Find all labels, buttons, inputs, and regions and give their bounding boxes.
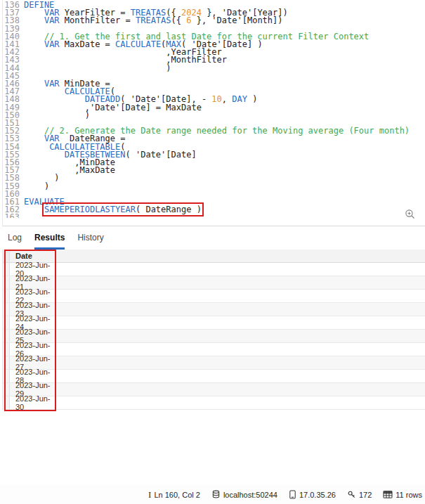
row-gutter [3, 370, 10, 382]
row-filler [56, 330, 425, 342]
row-gutter [3, 396, 10, 409]
table-header-row: Date [3, 250, 425, 263]
row-filler [56, 343, 425, 356]
status-item: 172 [347, 490, 372, 499]
row-filler [56, 290, 425, 302]
code-token [24, 205, 44, 214]
code-text [24, 190, 425, 198]
code-line: 138 VAR MonthFilter = TREATAS({ 6 }, 'Da… [3, 17, 425, 25]
table-row[interactable]: 2023-Jun-29 [3, 383, 425, 396]
tab-results[interactable]: Results [34, 233, 65, 250]
evaluate-highlight-box: SAMEPERIODLASTYEAR( DateRange ) [44, 205, 202, 214]
row-gutter [3, 290, 10, 302]
table-row[interactable]: 2023-Jun-22 [3, 290, 425, 303]
code-token: ) [247, 94, 257, 104]
code-token: DAY [232, 94, 247, 104]
status-text: localhost:50244 [223, 491, 277, 499]
date-cell: 2023-Jun-30 [10, 394, 56, 411]
row-gutter [3, 383, 10, 396]
row-gutter [3, 263, 10, 276]
column-header-date[interactable]: Date [10, 252, 56, 260]
row-filler [56, 276, 425, 289]
table-row[interactable]: 2023-Jun-25 [3, 330, 425, 343]
dax-studio-window: 136DEFINE137 VAR YearFilter = TREATAS({ … [0, 0, 425, 504]
key-icon [347, 490, 356, 499]
code-text: SAMEPERIODLASTYEAR( DateRange ) [24, 206, 425, 214]
code-line: 160 [3, 190, 425, 198]
row-filler [56, 383, 425, 396]
status-item: ILn 160, Col 2 [148, 490, 200, 499]
code-token: ({ [171, 15, 187, 25]
row-gutter [3, 250, 10, 262]
status-text: 11 rows [395, 491, 422, 499]
code-token: ( DateRange ) [136, 205, 202, 214]
document-icon [289, 490, 296, 499]
ibeam-cursor-icon: I [148, 490, 151, 499]
code-text [24, 214, 425, 218]
table-row[interactable]: 2023-Jun-20 [3, 263, 425, 276]
table-row[interactable]: 2023-Jun-24 [3, 316, 425, 330]
row-gutter [3, 316, 10, 329]
row-gutter [3, 276, 10, 289]
results-rows-host: Date2023-Jun-202023-Jun-212023-Jun-22202… [3, 250, 425, 410]
code-token: , [222, 94, 232, 104]
output-tabs: LogResultsHistory [2, 226, 425, 250]
status-bar: ILn 160, Col 2localhost:5024417.0.35.261… [0, 485, 425, 504]
code-token [24, 15, 44, 25]
table-row[interactable]: 2023-Jun-27 [3, 356, 425, 370]
row-filler [56, 316, 425, 329]
code-line: 162 SAMEPERIODLASTYEAR( DateRange ) [3, 206, 425, 214]
code-line: 144 ) [3, 65, 425, 72]
table-row[interactable]: 2023-Jun-26 [3, 343, 425, 356]
table-row[interactable]: 2023-Jun-28 [3, 370, 425, 383]
code-text: ,MaxDate [24, 167, 425, 174]
header-filler [56, 250, 425, 262]
code-token: ) [24, 110, 90, 120]
row-gutter [3, 330, 10, 342]
code-token: TREATAS [136, 15, 171, 25]
row-gutter [3, 303, 10, 316]
row-filler [56, 370, 425, 382]
database-icon [211, 490, 221, 499]
tab-history[interactable]: History [77, 233, 103, 250]
code-line: 158 ) [3, 174, 425, 182]
status-item: 11 rows [383, 490, 422, 499]
code-lines[interactable]: 136DEFINE137 VAR YearFilter = TREATAS({ … [3, 1, 425, 218]
code-line: 150 ) [3, 112, 425, 119]
status-text: 172 [359, 491, 372, 499]
code-token: ( 'Date'[Date] [126, 150, 197, 160]
row-gutter [3, 343, 10, 356]
status-text: 17.0.35.26 [299, 491, 336, 499]
status-item: localhost:50244 [211, 490, 277, 499]
code-token: ) [24, 181, 49, 191]
results-panel: Date2023-Jun-202023-Jun-212023-Jun-22202… [2, 250, 425, 410]
table-row[interactable]: 2023-Jun-30 [3, 396, 425, 410]
tab-log[interactable]: Log [8, 233, 22, 250]
table-row[interactable]: 2023-Jun-23 [3, 303, 425, 316]
table-icon [383, 490, 393, 499]
code-editor[interactable]: 136DEFINE137 VAR YearFilter = TREATAS({ … [2, 0, 425, 226]
row-filler [56, 263, 425, 276]
code-text: ) [24, 65, 425, 72]
code-text: ) [24, 183, 425, 190]
code-token: SAMEPERIODLASTYEAR [44, 205, 136, 214]
row-filler [56, 356, 425, 369]
status-text: Ln 160, Col 2 [154, 491, 200, 499]
code-text: ) [24, 174, 425, 182]
row-gutter [3, 356, 10, 369]
row-filler [56, 303, 425, 316]
code-text: VAR MonthFilter = TREATAS({ 6 }, 'Date'[… [24, 17, 425, 25]
code-token: MonthFilter = [60, 15, 136, 25]
status-item: 17.0.35.26 [289, 490, 336, 499]
code-line: 163 [3, 214, 425, 218]
line-number: 163 [3, 214, 24, 218]
zoom-in-icon[interactable] [405, 209, 416, 220]
code-token: VAR [44, 15, 60, 25]
code-line: 157 ,MaxDate [3, 167, 425, 174]
code-line: 159 ) [3, 183, 425, 190]
table-row[interactable]: 2023-Jun-21 [3, 276, 425, 290]
row-filler [56, 396, 425, 409]
code-token: }, 'Date'[Month]) [191, 15, 282, 25]
code-token: ) [24, 63, 171, 73]
code-text: ) [24, 112, 425, 119]
